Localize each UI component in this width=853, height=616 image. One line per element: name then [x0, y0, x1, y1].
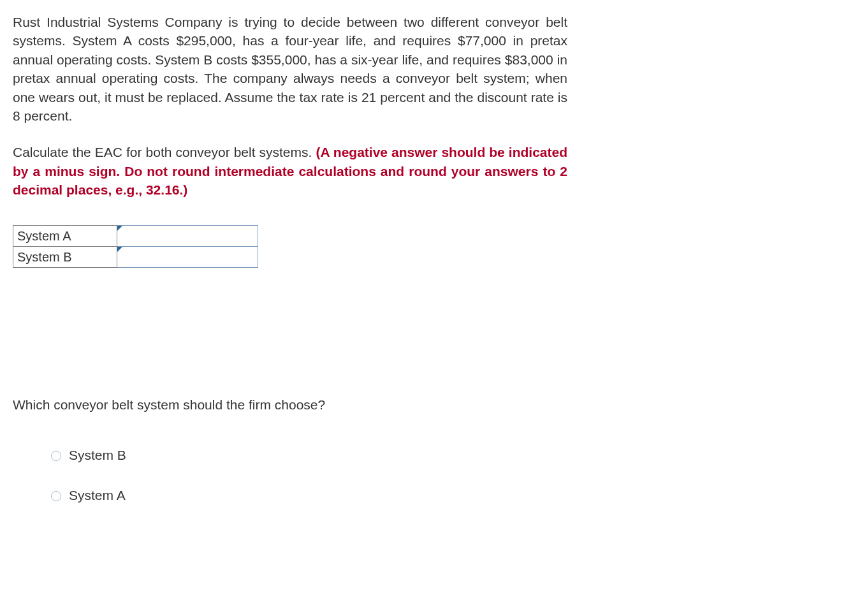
radio-circle-icon[interactable] [51, 451, 61, 461]
table-row: System B [13, 246, 258, 267]
eac-answer-table: System A System B [13, 225, 258, 268]
table-row: System A [13, 225, 258, 246]
system-a-input[interactable] [117, 226, 258, 246]
radio-circle-icon[interactable] [51, 491, 61, 501]
system-b-label: System B [13, 246, 117, 267]
radio-label: System A [69, 486, 126, 504]
instruction-paragraph: Calculate the EAC for both conveyor belt… [13, 143, 567, 199]
system-b-input[interactable] [117, 247, 258, 267]
system-a-label: System A [13, 225, 117, 246]
instruction-prefix: Calculate the EAC for both conveyor belt… [13, 145, 316, 159]
system-b-input-cell [117, 246, 258, 267]
radio-options-group: System B System A [13, 446, 840, 505]
radio-option-system-a[interactable]: System A [51, 486, 840, 504]
system-a-input-cell [117, 225, 258, 246]
radio-option-system-b[interactable]: System B [51, 446, 840, 464]
problem-paragraph: Rust Industrial Systems Company is tryin… [13, 13, 567, 125]
radio-label: System B [69, 446, 126, 464]
question-which-system: Which conveyor belt system should the fi… [13, 395, 567, 414]
